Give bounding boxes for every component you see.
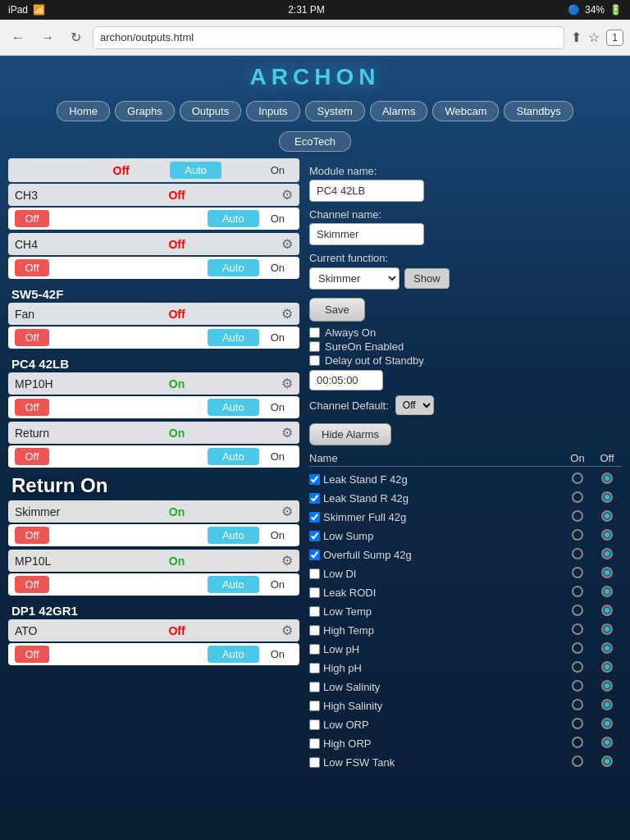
tab-outputs[interactable]: Outputs — [180, 101, 242, 121]
alarm-cb-1[interactable] — [309, 493, 320, 504]
alarm-radio-on-1[interactable] — [572, 491, 583, 503]
alarm-radio-off-11[interactable] — [601, 680, 613, 692]
alarm-cb-13[interactable] — [309, 719, 320, 730]
mp10h-ctrl-off[interactable]: Off — [15, 399, 49, 416]
return-gear-icon[interactable]: ⚙ — [281, 425, 293, 441]
alarm-radio-off-10[interactable] — [601, 661, 613, 673]
return-ctrl-on[interactable]: On — [262, 448, 293, 465]
share-button[interactable]: ⬆ — [571, 30, 582, 45]
alarm-cb-8[interactable] — [309, 625, 320, 636]
alarm-radio-off-12[interactable] — [601, 699, 613, 710]
fan-ctrl-on[interactable]: On — [262, 329, 293, 346]
alarm-radio-on-15[interactable] — [572, 756, 583, 767]
alarm-cb-0[interactable] — [309, 474, 320, 485]
alarm-radio-on-4[interactable] — [572, 548, 583, 559]
fan-ctrl-off[interactable]: Off — [15, 329, 49, 346]
alarm-radio-off-14[interactable] — [601, 737, 613, 748]
alarm-cb-10[interactable] — [309, 663, 320, 673]
skimmer-ctrl-auto[interactable]: Auto — [208, 527, 259, 544]
mp10l-ctrl-on[interactable]: On — [262, 576, 293, 593]
back-button[interactable]: ← — [7, 27, 30, 48]
mp10h-ctrl-on[interactable]: On — [262, 399, 293, 416]
skimmer-ctrl-on[interactable]: On — [262, 527, 293, 544]
alarm-cb-2[interactable] — [309, 512, 320, 523]
return-ctrl-off[interactable]: Off — [15, 448, 49, 465]
delay-time-input[interactable] — [309, 370, 383, 390]
delay-standby-checkbox[interactable] — [309, 355, 320, 366]
alarm-cb-14[interactable] — [309, 738, 320, 749]
alarm-radio-on-14[interactable] — [572, 737, 583, 748]
ch3-ctrl-auto[interactable]: Auto — [208, 210, 259, 227]
mp10h-ctrl-auto[interactable]: Auto — [208, 399, 259, 416]
tab-home[interactable]: Home — [57, 101, 110, 121]
alarm-radio-on-5[interactable] — [572, 567, 583, 578]
mp10l-gear-icon[interactable]: ⚙ — [281, 553, 293, 568]
alarm-radio-off-9[interactable] — [601, 642, 613, 654]
alarm-radio-on-0[interactable] — [572, 472, 583, 484]
alarm-radio-off-2[interactable] — [601, 510, 613, 522]
tab-count[interactable]: 1 — [606, 30, 623, 46]
alarm-cb-9[interactable] — [309, 644, 320, 655]
hide-alarms-button[interactable]: Hide Alarms — [309, 423, 391, 445]
tab-ecotech[interactable]: EcoTech — [279, 131, 351, 152]
skimmer-ctrl-off[interactable]: Off — [15, 527, 49, 544]
alarm-radio-on-12[interactable] — [572, 699, 583, 710]
alarm-cb-12[interactable] — [309, 701, 320, 711]
ctrl-on-top[interactable]: On — [262, 162, 293, 179]
ch4-ctrl-off[interactable]: Off — [15, 259, 49, 276]
alarm-radio-off-1[interactable] — [601, 491, 613, 503]
always-on-checkbox[interactable] — [309, 327, 320, 338]
alarm-radio-on-6[interactable] — [572, 586, 583, 597]
alarm-radio-off-4[interactable] — [601, 548, 613, 559]
tab-webcam[interactable]: Webcam — [432, 101, 499, 121]
alarm-radio-on-9[interactable] — [572, 642, 583, 654]
ch4-ctrl-on[interactable]: On — [262, 259, 293, 276]
mp10l-ctrl-off[interactable]: Off — [15, 576, 49, 593]
fan-gear-icon[interactable]: ⚙ — [281, 306, 293, 322]
fan-ctrl-auto[interactable]: Auto — [208, 329, 259, 346]
ch3-gear-icon[interactable]: ⚙ — [281, 187, 293, 203]
ato-ctrl-off[interactable]: Off — [15, 646, 49, 663]
bookmark-button[interactable]: ☆ — [588, 30, 600, 45]
save-button[interactable]: Save — [309, 298, 365, 322]
alarm-radio-off-7[interactable] — [601, 605, 613, 616]
mp10l-ctrl-auto[interactable]: Auto — [208, 576, 259, 593]
alarm-cb-4[interactable] — [309, 550, 320, 560]
ato-ctrl-on[interactable]: On — [262, 646, 293, 663]
channel-name-input[interactable] — [309, 223, 424, 245]
channel-default-select[interactable]: Off On — [395, 395, 434, 415]
alarm-cb-15[interactable] — [309, 757, 320, 768]
sure-on-checkbox[interactable] — [309, 341, 320, 352]
alarm-radio-on-3[interactable] — [572, 529, 583, 541]
alarm-cb-3[interactable] — [309, 531, 320, 541]
alarm-radio-on-13[interactable] — [572, 718, 583, 729]
alarm-radio-on-7[interactable] — [572, 605, 583, 616]
alarm-radio-off-13[interactable] — [601, 718, 613, 729]
show-button[interactable]: Show — [404, 268, 450, 289]
module-name-input[interactable] — [309, 180, 424, 202]
tab-standbys[interactable]: Standbys — [504, 101, 573, 121]
tab-system[interactable]: System — [305, 101, 365, 121]
alarm-radio-on-2[interactable] — [572, 510, 583, 522]
return-ctrl-auto[interactable]: Auto — [208, 448, 259, 465]
alarm-radio-off-8[interactable] — [601, 623, 613, 635]
ch4-gear-icon[interactable]: ⚙ — [281, 236, 293, 252]
ch4-ctrl-auto[interactable]: Auto — [208, 259, 259, 276]
alarm-radio-off-0[interactable] — [601, 472, 613, 484]
reload-button[interactable]: ↻ — [66, 26, 86, 48]
alarm-radio-on-8[interactable] — [572, 623, 583, 635]
ch3-ctrl-off[interactable]: Off — [15, 210, 49, 227]
ato-ctrl-auto[interactable]: Auto — [208, 646, 259, 663]
alarm-cb-6[interactable] — [309, 587, 320, 598]
alarm-radio-on-10[interactable] — [572, 661, 583, 673]
alarm-cb-11[interactable] — [309, 682, 320, 692]
ato-gear-icon[interactable]: ⚙ — [281, 623, 293, 638]
forward-button[interactable]: → — [36, 27, 59, 48]
alarm-radio-off-5[interactable] — [601, 567, 613, 578]
tab-graphs[interactable]: Graphs — [115, 101, 175, 121]
ch3-ctrl-on[interactable]: On — [262, 210, 293, 227]
tab-alarms[interactable]: Alarms — [370, 101, 427, 121]
function-select[interactable]: Skimmer Return MP10H MP10L Fan ATO — [309, 267, 399, 290]
alarm-radio-off-3[interactable] — [601, 529, 613, 541]
alarm-cb-5[interactable] — [309, 568, 320, 579]
